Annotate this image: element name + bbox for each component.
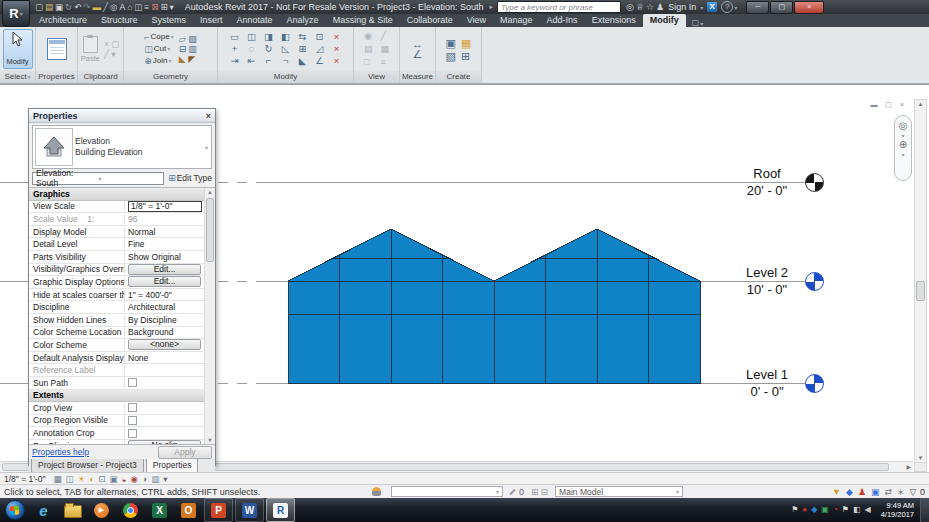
close-icon[interactable]: ×	[206, 111, 211, 121]
level-elevation[interactable]: 0' - 0"	[731, 385, 803, 399]
property-value[interactable]	[125, 416, 204, 425]
taskbar-excel[interactable]: X	[146, 499, 173, 521]
zoom-icon[interactable]: ⊕	[899, 140, 907, 150]
view-window-controls[interactable]: ▬ ▢ ×	[870, 101, 907, 109]
array-icon[interactable]: ⊞	[299, 44, 307, 54]
cut-profile-icon[interactable]: ▤	[364, 44, 373, 54]
settings-icon[interactable]: ∗	[897, 487, 905, 497]
property-value[interactable]: No clip	[125, 439, 204, 445]
cut-clipboard-icon[interactable]: ×	[104, 39, 109, 49]
level-elevation[interactable]: 10' - 0"	[731, 283, 803, 297]
modify-tool-button[interactable]: Modify	[3, 29, 33, 69]
measure-angle-icon[interactable]: ∠	[413, 49, 423, 59]
level-name[interactable]: Level 2	[731, 266, 803, 280]
override-graphics-icon[interactable]: ▦	[381, 44, 390, 54]
property-checkbox[interactable]	[128, 378, 137, 387]
tab-structure[interactable]: Structure	[94, 14, 145, 27]
paste-options-icon[interactable]: ▾	[111, 49, 119, 59]
design-options-icon[interactable]: ◆	[846, 487, 853, 497]
property-value[interactable]: Architectural	[125, 302, 204, 312]
customize-qat-icon[interactable]: ▾	[170, 2, 174, 12]
delete-alt-icon[interactable]: ×	[334, 56, 340, 66]
panel-label-select[interactable]: Select▾	[0, 71, 35, 83]
property-value[interactable]	[125, 378, 204, 387]
tab-analyze[interactable]: Analyze	[280, 14, 326, 27]
default-3d-view-icon[interactable]: ⌂	[127, 2, 132, 12]
scroll-down-icon[interactable]: ▼	[915, 455, 926, 461]
infocenter-arrow-icon[interactable]: ▸	[490, 3, 494, 11]
property-grid-scrollbar[interactable]: ▲ ▼	[204, 188, 215, 444]
cut-button[interactable]: ◫Cut▾	[143, 43, 173, 55]
temporary-hide-isolate-icon[interactable]: ◒	[121, 474, 126, 484]
tab-architecture[interactable]: Architecture	[32, 14, 94, 27]
tab-modify[interactable]: Modify	[643, 14, 686, 27]
favorites-icon[interactable]: ☆	[646, 2, 654, 12]
type-selector[interactable]: Elevation Building Elevation ▾	[32, 125, 212, 169]
wall-joins-icon[interactable]: ▱	[179, 34, 187, 44]
property-value[interactable]: Normal	[125, 227, 204, 237]
minimize-button[interactable]: ─	[746, 1, 769, 14]
trim-corner-icon[interactable]: ⌐	[266, 56, 272, 66]
search-icon[interactable]: ◎	[626, 2, 634, 12]
action-center-icon[interactable]: ⚑	[791, 505, 798, 515]
property-value[interactable]: None	[125, 353, 204, 363]
scroll-down-icon[interactable]: ▼	[205, 437, 215, 443]
tag-icon[interactable]: ◎	[110, 2, 117, 12]
offset-icon[interactable]: ◫	[247, 32, 256, 42]
property-value[interactable]	[125, 429, 204, 438]
tab-view[interactable]: View	[460, 14, 493, 27]
chevron-down-icon[interactable]: ▾	[901, 151, 904, 158]
taskbar-media-player[interactable]: ▶	[88, 499, 115, 521]
split-element-icon[interactable]: ⇆	[299, 32, 307, 42]
taskbar-outlook[interactable]: O	[175, 499, 202, 521]
property-scrollbar-thumb[interactable]	[206, 198, 214, 262]
taskbar-revit[interactable]: R	[266, 498, 295, 522]
select-toggles-icon[interactable]: ⇄	[884, 487, 892, 497]
unjoin-icon[interactable]: ×	[334, 44, 340, 54]
property-button[interactable]: <none>	[128, 339, 201, 350]
exchange-apps-icon[interactable]: X	[707, 2, 717, 12]
tab-insert[interactable]: Insert	[193, 14, 230, 27]
navigation-bar[interactable]: ◎ ▾ ⊕ ▾	[894, 115, 912, 181]
level-head-icon[interactable]	[805, 374, 824, 393]
scroll-right-icon[interactable]: ▶	[906, 463, 911, 470]
antivirus-icon[interactable]: ●	[802, 505, 807, 515]
taskbar-clock[interactable]: 9:49 AM 4/19/2017	[881, 501, 914, 519]
property-value[interactable]: 1" = 400'-0"	[125, 290, 204, 300]
scale-icon[interactable]: ◿	[316, 44, 323, 54]
taskbar-chrome[interactable]	[117, 499, 144, 521]
join-button[interactable]: ⊕Join▾	[143, 55, 173, 67]
property-value[interactable]: Edit...	[125, 263, 204, 276]
create-parts-icon[interactable]: ▧	[446, 51, 456, 61]
volume-icon[interactable]: ◀	[864, 505, 870, 515]
level-name[interactable]: Roof	[731, 167, 803, 181]
redo-icon[interactable]: ↷	[83, 2, 90, 12]
split-with-gap-icon[interactable]: ⊡	[316, 32, 324, 42]
delete-icon[interactable]: ×	[334, 32, 340, 42]
property-checkbox[interactable]	[128, 429, 137, 438]
new-file-icon[interactable]: ▢	[35, 2, 43, 12]
property-value[interactable]: 96	[125, 214, 204, 224]
properties-palette-header[interactable]: Properties ×	[29, 109, 215, 123]
mirror-pick-axis-icon[interactable]: ◨	[264, 32, 273, 42]
scroll-up-icon[interactable]: ▲	[205, 189, 215, 195]
update-clock-icon[interactable]: ◔	[833, 505, 838, 515]
unpin-icon[interactable]: ⇤	[248, 56, 256, 66]
worksharing-mini-icon[interactable]: ⊞	[531, 487, 539, 497]
undo-icon[interactable]: ↶	[74, 2, 81, 12]
property-value[interactable]: Background	[125, 327, 204, 337]
taskbar-file-explorer[interactable]	[59, 499, 86, 521]
communication-center-icon[interactable]: ♕	[636, 2, 644, 12]
filter-icon[interactable]: ▽	[910, 487, 917, 497]
properties-palette-button[interactable]	[47, 38, 67, 60]
search-input[interactable]	[497, 1, 621, 13]
level-head-icon[interactable]	[805, 272, 824, 291]
copy-clipboard-icon[interactable]: ▢	[111, 39, 119, 49]
property-checkbox[interactable]	[128, 403, 137, 412]
network-icon[interactable]: ◧	[853, 505, 861, 515]
linework-icon[interactable]: ╱	[381, 31, 390, 41]
chevron-down-icon[interactable]: ▾	[700, 20, 703, 27]
trim-extend-icon[interactable]: ◺	[282, 44, 289, 54]
tab-annotate[interactable]: Annotate	[230, 14, 280, 27]
releases-mini-icon[interactable]: ⊟	[541, 487, 549, 497]
